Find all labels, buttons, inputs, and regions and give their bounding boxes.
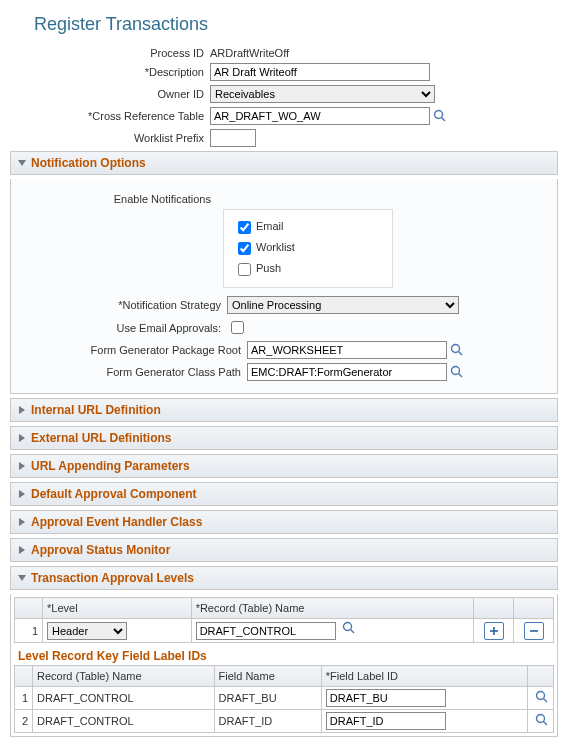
section-approval-event[interactable]: Approval Event Handler Class — [10, 510, 558, 534]
chevron-right-icon — [17, 405, 27, 415]
chevron-right-icon — [17, 517, 27, 527]
svg-marker-2 — [18, 160, 26, 166]
svg-point-19 — [537, 692, 545, 700]
strategy-select[interactable]: Online Processing — [227, 296, 459, 314]
worklist-prefix-label: Worklist Prefix — [10, 132, 210, 144]
svg-line-4 — [459, 352, 463, 356]
svg-marker-13 — [18, 575, 26, 581]
section-external-url[interactable]: External URL Definitions — [10, 426, 558, 450]
col-field: Field Name — [214, 666, 321, 687]
svg-marker-8 — [19, 434, 25, 442]
email-checkbox[interactable] — [238, 221, 251, 234]
use-email-label: Use Email Approvals: — [17, 322, 227, 334]
svg-line-6 — [459, 374, 463, 378]
strategy-label: *Notification Strategy — [17, 299, 227, 311]
svg-line-15 — [350, 630, 354, 634]
key-fields-grid: Record (Table) Name Field Name *Field La… — [14, 665, 554, 733]
lookup-icon[interactable] — [450, 365, 464, 379]
svg-point-3 — [452, 345, 460, 353]
lookup-icon[interactable] — [342, 621, 356, 635]
svg-line-20 — [544, 699, 548, 703]
svg-marker-9 — [19, 462, 25, 470]
push-checkbox-label[interactable]: Push — [234, 260, 382, 279]
enable-notifications-box: Email Worklist Push — [223, 209, 393, 288]
worklist-prefix-input[interactable] — [210, 129, 256, 147]
svg-point-14 — [343, 623, 351, 631]
table-row: 1 DRAFT_CONTROL DRAFT_BU — [15, 687, 554, 710]
description-label: *Description — [10, 66, 210, 78]
level-select[interactable]: Header — [47, 622, 127, 640]
svg-line-22 — [544, 722, 548, 726]
chevron-right-icon — [17, 489, 27, 499]
lookup-icon[interactable] — [433, 109, 447, 123]
chevron-down-icon — [17, 158, 27, 168]
lookup-icon[interactable] — [535, 690, 549, 704]
owner-id-label: Owner ID — [10, 88, 210, 100]
levels-grid: *Level *Record (Table) Name 1 Header — [14, 597, 554, 643]
svg-point-0 — [435, 111, 443, 119]
chevron-down-icon — [17, 573, 27, 583]
svg-marker-12 — [19, 546, 25, 554]
cross-ref-label: *Cross Reference Table — [10, 110, 210, 122]
push-checkbox[interactable] — [238, 263, 251, 276]
class-path-input[interactable] — [247, 363, 447, 381]
process-id-value: ARDraftWriteOff — [210, 47, 289, 59]
svg-line-1 — [442, 118, 446, 122]
table-row: 1 Header — [15, 619, 554, 643]
chevron-right-icon — [17, 545, 27, 555]
use-email-checkbox[interactable] — [231, 321, 244, 334]
svg-point-21 — [537, 715, 545, 723]
cross-ref-input[interactable] — [210, 107, 430, 125]
worklist-checkbox-label[interactable]: Worklist — [234, 239, 382, 258]
section-url-appending[interactable]: URL Appending Parameters — [10, 454, 558, 478]
pkg-root-input[interactable] — [247, 341, 447, 359]
section-notification-options[interactable]: Notification Options — [10, 151, 558, 175]
email-checkbox-label[interactable]: Email — [234, 218, 382, 237]
col-record: Record (Table) Name — [33, 666, 215, 687]
key-fields-title: Level Record Key Field Label IDs — [14, 643, 554, 665]
row-num: 1 — [15, 619, 43, 643]
field-label-id-input[interactable] — [326, 712, 446, 730]
notification-options-body: Enable Notifications Email Worklist Push… — [10, 179, 558, 394]
col-level: *Level — [43, 598, 192, 619]
lookup-icon[interactable] — [450, 343, 464, 357]
svg-marker-11 — [19, 518, 25, 526]
section-default-approval[interactable]: Default Approval Component — [10, 482, 558, 506]
chevron-right-icon — [17, 461, 27, 471]
lookup-icon[interactable] — [535, 713, 549, 727]
class-path-label: Form Generator Class Path — [17, 366, 247, 378]
col-label-id: *Field Label ID — [321, 666, 527, 687]
page-title: Register Transactions — [34, 14, 558, 35]
add-row-button[interactable] — [484, 622, 504, 640]
remove-row-button[interactable] — [524, 622, 544, 640]
description-input[interactable] — [210, 63, 430, 81]
svg-marker-10 — [19, 490, 25, 498]
chevron-right-icon — [17, 433, 27, 443]
svg-point-5 — [452, 367, 460, 375]
section-approval-status[interactable]: Approval Status Monitor — [10, 538, 558, 562]
field-label-id-input[interactable] — [326, 689, 446, 707]
pkg-root-label: Form Generator Package Root — [17, 344, 247, 356]
section-internal-url[interactable]: Internal URL Definition — [10, 398, 558, 422]
owner-id-select[interactable]: Receivables — [210, 85, 435, 103]
process-id-label: Process ID — [10, 47, 210, 59]
svg-marker-7 — [19, 406, 25, 414]
record-input[interactable] — [196, 622, 336, 640]
worklist-checkbox[interactable] — [238, 242, 251, 255]
enable-notifications-label: Enable Notifications — [17, 187, 217, 205]
table-row: 2 DRAFT_CONTROL DRAFT_ID — [15, 710, 554, 733]
section-transaction-levels[interactable]: Transaction Approval Levels — [10, 566, 558, 590]
col-record: *Record (Table) Name — [191, 598, 473, 619]
